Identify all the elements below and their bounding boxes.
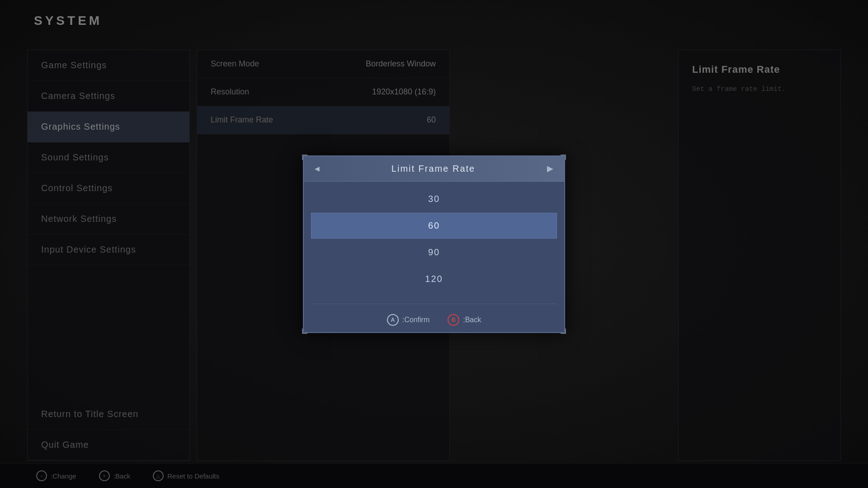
- confirm-label: :Confirm: [402, 316, 429, 324]
- modal-arrow-left: ◀: [315, 165, 320, 172]
- modal-wrapper: ◀ Limit Frame Rate ▶ 30 60 90 120 A :Con…: [303, 155, 565, 333]
- corner-bl: [302, 328, 307, 334]
- confirm-button[interactable]: A :Confirm: [387, 314, 429, 326]
- option-30[interactable]: 30: [311, 186, 557, 212]
- option-120[interactable]: 120: [311, 266, 557, 292]
- back-label: :Back: [463, 316, 481, 324]
- modal-overlay: ◀ Limit Frame Rate ▶ 30 60 90 120 A :Con…: [0, 0, 868, 488]
- corner-br: [561, 328, 566, 334]
- corner-tr: [561, 155, 566, 160]
- modal-arrow-right: ▶: [547, 164, 553, 174]
- back-button[interactable]: B :Back: [448, 314, 481, 326]
- b-button-icon: B: [448, 314, 459, 326]
- option-90[interactable]: 90: [311, 239, 557, 265]
- modal-footer: A :Confirm B :Back: [304, 308, 564, 332]
- modal-divider: [311, 304, 557, 304]
- corner-tl: [302, 155, 307, 160]
- modal-options: 30 60 90 120: [304, 182, 564, 300]
- a-button-icon: A: [387, 314, 399, 326]
- modal-header: ◀ Limit Frame Rate ▶: [304, 156, 564, 182]
- limit-frame-rate-modal: ◀ Limit Frame Rate ▶ 30 60 90 120 A :Con…: [303, 155, 565, 333]
- modal-title: Limit Frame Rate: [392, 164, 475, 174]
- option-60[interactable]: 60: [311, 213, 557, 239]
